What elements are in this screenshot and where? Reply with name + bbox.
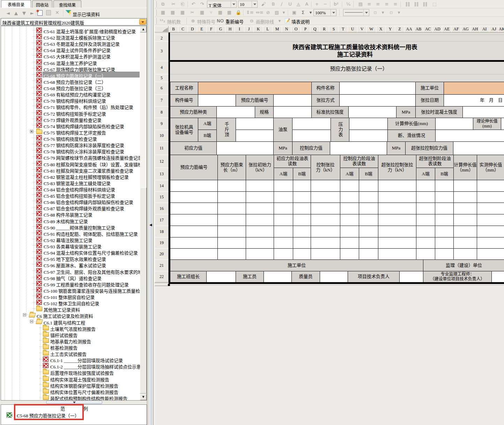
form-input-cell[interactable] (435, 180, 454, 192)
combobox-dropdown-icon[interactable] (139, 19, 146, 25)
zoom-combobox[interactable]: 100% (313, 9, 336, 16)
tree-item[interactable]: 后置埋件现场拉拔强度试验报告 (1, 369, 147, 375)
branch-icon[interactable]: ⑂ (208, 9, 215, 16)
form-input-cell[interactable] (198, 82, 312, 95)
tree-item[interactable]: C5-86 铝合金结构焊缝内部缺陷探伤检查记录 (1, 198, 147, 204)
column-header[interactable]: U (348, 26, 357, 32)
arrow-left-icon[interactable]: ◄ (6, 10, 10, 16)
strike-dropdown-icon[interactable]: ▾ (276, 17, 283, 24)
column-header[interactable]: Y (385, 26, 395, 32)
toolbar-grip[interactable] (156, 18, 157, 24)
column-header[interactable]: L (263, 26, 273, 32)
tree-item[interactable]: C5-94 混凝土结构实体位置与尺寸偏差检验记录 (1, 249, 147, 255)
form-input-cell[interactable] (216, 106, 255, 118)
form-input-cell[interactable] (311, 237, 340, 249)
form-label-cell[interactable]: 张拉机具设备编号 (170, 118, 198, 142)
column-header[interactable]: H (225, 26, 235, 32)
form-input-cell[interactable] (453, 248, 477, 260)
tree-item[interactable]: C5-70 钢结构焊接材料烘焙记录 (1, 97, 147, 103)
form-input-cell[interactable] (359, 203, 378, 214)
tree-item[interactable]: C5-102 整体卫生间自检记录 (1, 299, 147, 306)
column-header[interactable]: AD (432, 26, 442, 32)
form-input-cell[interactable] (359, 226, 378, 237)
row-header[interactable]: 10 (155, 130, 169, 142)
column-header[interactable]: M (272, 26, 282, 32)
form-label-cell[interactable]: A端 (340, 168, 359, 180)
column-header[interactable]: I (235, 26, 244, 32)
column-header[interactable]: R (319, 26, 329, 32)
form-input-cell[interactable] (359, 214, 378, 226)
random-number-label[interactable]: 随机数 (167, 18, 181, 25)
vertical-text-2-icon[interactable]: ‖‖ (413, 1, 420, 8)
tree-item[interactable]: C5-79 网架螺栓球节点高强螺栓连接质量检查记录 (1, 154, 147, 160)
form-label-cell[interactable]: 预应力筋编号 (170, 155, 218, 180)
tree-item[interactable]: C5-93 各类幕墙安装施工记录 (1, 242, 147, 249)
column-header[interactable]: AK (498, 26, 504, 32)
form-input-cell[interactable] (274, 191, 293, 203)
fill-note-label[interactable]: 填表说明 (291, 18, 310, 25)
splitter-collapse-button[interactable] (46, 401, 102, 404)
form-label-cell[interactable]: 控制张拉力（kN） (311, 155, 340, 180)
row-header[interactable]: 22 (155, 271, 169, 283)
row-header[interactable]: 6 (155, 82, 169, 95)
tree-item[interactable]: C5-101 整体厨房自检记录 (1, 293, 147, 299)
form-input-cell[interactable] (293, 248, 311, 260)
form-input-cell[interactable] (274, 203, 293, 214)
tree-item[interactable]: C5-62 现浇混凝土模板拆除施工记录 (1, 34, 147, 40)
lock-icon[interactable]: 🔒 (235, 9, 242, 16)
form-input-cell[interactable] (435, 191, 454, 203)
copy-icon[interactable] (46, 10, 51, 15)
row-header[interactable]: 8 (155, 106, 169, 118)
tree-item[interactable]: C5-95 地下室防水效果检查记录 (1, 255, 147, 261)
form-input-cell[interactable] (435, 214, 454, 226)
form-input-cell[interactable] (348, 106, 396, 118)
form-input-cell[interactable] (339, 94, 416, 107)
tree-item[interactable]: C5-68 预应力筋张拉记录（三） (1, 84, 147, 90)
random-number-icon[interactable]: ¹²₃ (159, 17, 166, 24)
special-symbol-label[interactable]: 特殊符号 (197, 18, 215, 25)
form-label-cell[interactable]: A端 (198, 118, 217, 130)
form-input-cell[interactable] (416, 237, 435, 249)
form-input-cell[interactable] (340, 203, 359, 214)
col-width-icon[interactable]: ⇔≡ (256, 9, 263, 16)
tree-item[interactable]: C5-61 混凝土坍落度/扩展度/维勃稠度检查记录 (1, 27, 147, 34)
form-input-cell[interactable] (340, 180, 359, 192)
form-label-cell[interactable]: 超张控制阶段油表读数 (416, 155, 454, 168)
toolbar-grip[interactable] (156, 1, 157, 7)
form-label-cell[interactable]: 控制应力阶段油表读数 (340, 155, 378, 168)
format-brush-icon[interactable]: 🖌 (260, 1, 267, 8)
form-input-cell[interactable] (416, 226, 435, 237)
form-input-cell[interactable] (416, 214, 435, 226)
sum-dropdown-icon[interactable]: ▾ (307, 9, 314, 16)
tree-scrollbar[interactable]: ▲▼ (140, 26, 147, 400)
column-header[interactable]: AF (451, 26, 461, 32)
row-header[interactable]: 2 (155, 35, 169, 42)
form-input-cell[interactable] (349, 118, 388, 130)
form-label-cell[interactable]: 张拉方式 (311, 94, 340, 107)
tree-item[interactable]: C5-100 钢筋套筒灌浆连接安装与连接施工质量检查验 (1, 287, 147, 293)
font-size-combobox[interactable]: 10 (238, 1, 258, 8)
form-input-cell[interactable] (477, 214, 504, 226)
form-input-cell[interactable] (453, 237, 477, 249)
column-header[interactable]: AE (442, 26, 452, 32)
delete-row-icon[interactable]: ▦ (199, 9, 206, 16)
arrow-right-icon[interactable]: ► (30, 10, 34, 16)
tree-item[interactable]: C5-71 钢结构零件、构件预（后）热处理记录 (1, 103, 147, 109)
dropdown-icon[interactable] (231, 1, 236, 7)
form-input-cell[interactable] (416, 191, 435, 203)
tree-item[interactable]: C5-80 柱脚及网架支座垫板（块）设置、支座锚栓紧 (1, 160, 147, 167)
form-input-cell[interactable] (217, 180, 246, 192)
column-header[interactable]: AH (470, 26, 480, 32)
form-input-cell[interactable] (416, 248, 435, 260)
select-all-corner[interactable] (155, 26, 169, 32)
fill-pattern-icon[interactable]: ▫ (388, 9, 395, 16)
form-input-cell[interactable] (349, 130, 388, 142)
superscript-icon[interactable]: b² (333, 1, 340, 8)
form-input-cell[interactable] (340, 191, 359, 203)
scroll-down-icon[interactable]: ▼ (140, 394, 147, 400)
column-header[interactable]: S (329, 26, 339, 32)
form-input-cell[interactable] (359, 237, 378, 249)
form-input-cell[interactable] (340, 214, 359, 226)
form-label-cell[interactable]: B端 (359, 168, 378, 180)
form-label-cell[interactable]: 张拉初始力（kN） (246, 155, 274, 180)
